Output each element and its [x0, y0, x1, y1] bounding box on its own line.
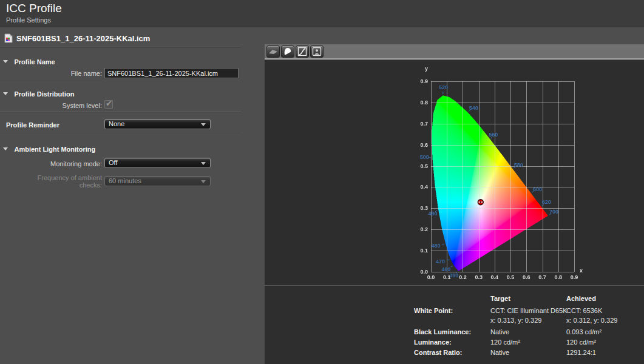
- wavelength-label: 460: [441, 266, 450, 272]
- x-axis-tick-label: 0.2: [459, 274, 467, 280]
- profile-preview-panel: 3804604704804905005205405605806006207000…: [265, 27, 644, 364]
- y-axis-tick-label: 0.1: [420, 248, 428, 254]
- results-row-label: Luminance:: [414, 339, 452, 346]
- achieved-column-header: Achieved: [566, 295, 596, 302]
- frequency-value: 60 minutes: [109, 177, 141, 184]
- frequency-label: Frequency of ambient checks:: [0, 174, 102, 189]
- y-axis-tick-label: 0.4: [420, 184, 428, 190]
- target-value: CCT: CIE Illuminant D65K: [490, 307, 568, 314]
- wavelength-label: 480: [431, 243, 440, 249]
- frequency-dropdown[interactable]: 60 minutes: [104, 176, 211, 186]
- y-axis-tick-label: 0.7: [420, 121, 428, 127]
- wavelength-label: 600: [533, 186, 542, 192]
- results-row: Contrast Ratio:Native1291.24:1: [265, 349, 644, 359]
- wavelength-label: 540: [469, 105, 478, 111]
- target-value: Native: [490, 328, 509, 335]
- target-value: 120 cd/m²: [490, 339, 520, 346]
- collapse-triangle-icon: [3, 92, 8, 95]
- y-axis-tick-label: 0.6: [420, 142, 428, 148]
- x-axis-tick-label: 0.5: [507, 274, 515, 280]
- achieved-value: 120 cd/m²: [566, 339, 596, 346]
- y-axis-tick-label: 0.2: [420, 226, 428, 232]
- profile-reminder-label: Profile Reminder: [6, 121, 59, 129]
- section-ambient-light-monitoring[interactable]: Ambient Light Monitoring: [3, 143, 95, 152]
- y-axis-tick-label: 0.8: [420, 99, 428, 106]
- profile-reminder-dropdown[interactable]: None: [104, 119, 211, 129]
- chevron-down-icon: [201, 162, 206, 165]
- wavelength-label: 500: [420, 154, 429, 160]
- file-name-label: File name:: [0, 70, 102, 77]
- section-profile-distribution[interactable]: Profile Distribution: [3, 88, 74, 96]
- wavelength-label: 490: [428, 211, 437, 217]
- calibration-results-table: TargetAchievedWhite Point:CCT: CIE Illum…: [265, 286, 644, 364]
- achieved-value: 0.093 cd/m²: [566, 328, 602, 335]
- results-row: White Point:CCT: CIE Illuminant D65KCCT:…: [265, 307, 644, 317]
- profile-file-row: SNF601BS1_1_26-11-2025-KKal.icm: [0, 33, 255, 45]
- target-value: Native: [490, 349, 509, 356]
- separator: [0, 47, 241, 47]
- results-row: Luminance:120 cd/m²120 cd/m²: [265, 339, 644, 348]
- x-axis-tick-label: 0.0: [427, 274, 435, 280]
- wavelength-label: 470: [436, 258, 445, 265]
- x-axis-tick-label: 0.3: [475, 274, 483, 280]
- page-title: ICC Profile: [6, 2, 62, 15]
- checkmark-icon: ✔: [106, 99, 112, 108]
- system-level-checkbox[interactable]: ✔: [104, 100, 113, 109]
- x-axis-tick-label: 0.9: [571, 274, 578, 280]
- tone-curve-icon[interactable]: [296, 46, 309, 58]
- achieved-value: CCT: 6536K: [566, 307, 602, 314]
- wavelength-label: 560: [489, 132, 498, 138]
- section-profile-name[interactable]: Profile Name: [3, 56, 55, 64]
- monitoring-mode-dropdown[interactable]: Off: [104, 158, 211, 168]
- collapse-triangle-icon: [3, 147, 8, 150]
- x-axis-tick-label: 0.6: [523, 274, 530, 280]
- results-header-row: TargetAchieved: [265, 295, 644, 305]
- wavelength-label: 520: [439, 84, 448, 90]
- cie-diagram-canvas: [265, 60, 644, 286]
- y-axis-tick-label: 0.9: [420, 78, 428, 84]
- monitoring-mode-label: Monitoring mode:: [0, 160, 102, 167]
- y-axis-label: y: [425, 66, 428, 72]
- portrait-preview-icon[interactable]: [310, 46, 324, 58]
- results-row: Black Luminance:Native0.093 cd/m²: [265, 328, 644, 338]
- x-axis-tick-label: 0.4: [491, 274, 499, 280]
- x-axis-tick-label: 0.8: [554, 274, 562, 280]
- gamut-2d-icon[interactable]: [281, 46, 294, 58]
- achieved-value: x: 0.312, y: 0.329: [566, 317, 617, 324]
- icc-profile-file-icon: [4, 33, 13, 46]
- target-column-header: Target: [490, 295, 510, 302]
- y-axis-tick-label: 0.3: [420, 205, 428, 211]
- results-row-label: Contrast Ratio:: [414, 349, 462, 356]
- system-level-label: System level:: [0, 102, 102, 109]
- results-row-label: White Point:: [414, 307, 453, 314]
- separator: [0, 79, 241, 79]
- results-row-label: Black Luminance:: [414, 328, 471, 335]
- chevron-down-icon: [201, 180, 206, 183]
- results-row: x: 0.313, y: 0.329x: 0.312, y: 0.329: [265, 317, 644, 326]
- chevron-down-icon: [201, 123, 206, 126]
- x-axis-tick-label: 0.7: [538, 274, 546, 280]
- page-header: ICC Profile Profile Settings: [0, 0, 644, 27]
- profile-settings-panel: SNF601BS1_1_26-11-2025-KKal.icm Profile …: [0, 27, 265, 364]
- page-subtitle: Profile Settings: [6, 16, 51, 24]
- file-name-input[interactable]: [104, 68, 239, 78]
- wavelength-label: 700: [549, 209, 558, 215]
- monitoring-mode-value: Off: [109, 159, 117, 166]
- gamut-2d-flat-icon[interactable]: [266, 46, 280, 58]
- profile-reminder-value: None: [109, 120, 124, 127]
- separator: [0, 111, 241, 112]
- separator: [0, 133, 241, 133]
- target-value: x: 0.313, y: 0.329: [490, 317, 541, 324]
- y-axis-tick-label: 0.0: [420, 269, 428, 275]
- collapse-triangle-icon: [3, 60, 8, 63]
- x-axis-label: x: [580, 268, 583, 274]
- x-axis-tick-label: 0.1: [443, 274, 451, 280]
- wavelength-label: 620: [542, 199, 551, 205]
- chart-toolbar: [265, 44, 644, 59]
- wavelength-label: 580: [514, 162, 523, 168]
- achieved-value: 1291.24:1: [566, 349, 596, 356]
- profile-file-title: SNF601BS1_1_26-11-2025-KKal.icm: [16, 34, 150, 43]
- y-axis-tick-label: 0.5: [420, 163, 428, 169]
- cie-chromaticity-chart: 3804604704804905005205405605806006207000…: [265, 59, 644, 285]
